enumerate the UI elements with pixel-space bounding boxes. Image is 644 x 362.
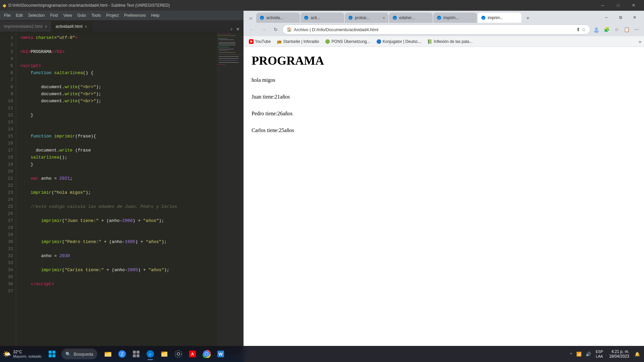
forward-button[interactable]: → [258,24,269,35]
settings-icon[interactable]: ⋯ [632,25,641,34]
code-line-28 [20,224,217,231]
browser-tab-2[interactable]: e acti... [301,13,344,23]
menu-goto[interactable]: Goto [75,11,89,20]
taskbar-zoom[interactable]: Z [115,347,129,361]
bookmark-konjugator[interactable]: 🔵 Konjugator | Deutsc... [374,38,424,46]
bookmark-pons[interactable]: 🟢 PONS Übersetzung... [322,38,373,46]
menu-tools[interactable]: Tools [89,11,104,20]
code-line-33 [20,259,217,266]
svg-rect-3 [219,40,234,40]
browser-minimize[interactable]: ─ [600,12,613,23]
menu-file[interactable]: File [1,11,13,20]
lang-line2: LAA [596,354,603,359]
editor-panel: File Edit Selection Find View Goto Tools… [0,11,244,362]
minimize-button[interactable]: ─ [595,0,610,11]
editor-tab-actividad4[interactable]: actividad4.html ✕ [52,21,92,32]
svg-text:A: A [191,352,194,357]
browser-tab-3[interactable]: e probar... ✕ [345,13,388,23]
editor-tab-imprimiredades[interactable]: imprimiredades2.html ✕ [0,21,52,32]
taskbar-adobe[interactable]: A [186,347,199,361]
browser-tab-label-4: edaher... [399,15,429,20]
taskbar-edge[interactable]: e [144,347,157,361]
taskbar-taskview[interactable] [129,347,143,361]
profile-icon[interactable] [592,25,601,34]
menu-help[interactable]: Help [149,11,162,20]
menu-project[interactable]: Project [104,11,121,20]
tab-overflow-button[interactable]: ▼ [234,26,241,32]
windows-logo [49,351,55,357]
tab-overflow-left[interactable]: ‹‹ [246,13,256,23]
new-tab-button[interactable]: + [523,13,533,23]
back-button[interactable]: ← [246,24,257,35]
svg-rect-14 [219,60,237,61]
code-line-27: imprimir("Juan tiene:" + (anho-2000) + "… [20,217,217,224]
taskbar-explorer[interactable] [101,347,115,361]
svg-text:e: e [149,352,151,357]
tab-add-button[interactable]: + [229,26,234,32]
weather-icon: 🌤️ [3,350,11,358]
collections-icon[interactable]: 📋 [622,25,631,34]
browser-tab-1[interactable]: e activida... [256,13,300,23]
svg-point-30 [594,30,599,33]
page-heading: PROGRAMA [252,54,636,68]
expand-tray-icon[interactable]: ^ [569,352,574,357]
code-area[interactable]: 12345 678910 1112131415 1617181920 21222… [0,32,244,354]
taskbar-clock[interactable]: 4:21 p. m. 18/04/2023 [606,349,632,359]
editor-tab-close[interactable]: ✕ [45,25,47,28]
bookmark-more-button[interactable]: » [639,39,641,44]
browser-tab-6[interactable]: e imprim... [478,13,521,23]
browser-tab-close-3[interactable]: ✕ [382,16,385,20]
taskbar-files[interactable] [158,347,171,361]
svg-rect-36 [133,351,136,354]
page-line-3: Pedro tiene:26años [252,111,636,117]
volume-icon[interactable]: 🔊 [584,352,592,357]
edge-favicon-1: e [260,15,264,20]
notifications-icon[interactable]: 🔔 [633,352,641,357]
svg-rect-10 [219,52,235,53]
browser-restore[interactable]: ⧉ [614,12,627,23]
extensions-icon[interactable]: 🧩 [602,25,611,34]
favorites-btn[interactable]: ☆ [612,25,621,34]
menu-preferences[interactable]: Preferences [121,11,149,20]
favorites-icon[interactable]: ☆ [582,27,586,32]
menu-view[interactable]: View [61,11,75,20]
address-bar-actions: ⬆ ☆ [576,27,586,32]
taskbar-settings[interactable] [172,347,185,361]
reload-button[interactable]: ↻ [270,24,281,35]
wifi-icon[interactable]: 📶 [575,352,583,357]
weather-widget[interactable]: 🌤️ 32°C Mayorm. soleado [0,350,44,358]
maximize-button[interactable]: □ [610,0,626,11]
code-line-13 [20,119,217,126]
close-button[interactable]: ✕ [626,0,641,11]
menu-edit[interactable]: Edit [13,11,25,20]
start-button[interactable] [44,346,60,362]
code-line-6: function saltarlinea() { [20,69,217,76]
address-bar[interactable]: 🏠 Archivo | D:/Info/Documents/actividad4… [282,24,590,35]
browser-content: PROGRAMA hola migos Juan tiene:21años Pe… [244,47,644,362]
bookmark-inflexion[interactable]: 📗 Inflexión de las pala... [425,38,475,46]
menu-find[interactable]: Find [47,11,60,20]
browser-tab-label-6: imprim... [488,15,518,20]
code-line-25: //este codigo calcula las edades de Juan… [20,203,217,210]
taskbar-word[interactable]: W [214,347,227,361]
browser-tab-strip: ‹‹ e activida... e acti... e probar... ✕… [244,11,644,23]
page-line-4: Carlos tiene:25años [252,127,636,133]
share-icon[interactable]: ⬆ [576,27,580,32]
browser-close[interactable]: ✕ [628,12,641,23]
taskbar-language[interactable]: ESP LAA [594,349,605,359]
bookmark-inforadio[interactable]: 📻 Startseite | Inforadio [274,38,322,46]
code-content[interactable]: <meta charset="utf-8"> <h1>PROGRAMA</h1>… [16,32,217,354]
browser-tab-label-5: imprim... [443,15,474,20]
svg-rect-8 [219,49,234,49]
taskbar-apps: Z e A W [101,347,227,361]
browser-tab-4[interactable]: e edaher... [389,13,433,23]
menu-selection[interactable]: Selection [25,11,47,20]
svg-text:e: e [394,16,395,20]
bookmark-youtube[interactable]: YouTube [246,38,273,46]
browser-tab-5[interactable]: e imprim... [433,13,477,23]
svg-point-51 [205,353,208,355]
editor-tab-close-active[interactable]: ✕ [85,25,87,28]
taskbar-search[interactable]: 🔍 Búsqueda [61,349,97,359]
taskbar-right: ^ 📶 🔊 ESP LAA 4:21 p. m. 18/04/2023 🔔 [569,349,644,359]
taskbar-chrome[interactable] [200,347,213,361]
